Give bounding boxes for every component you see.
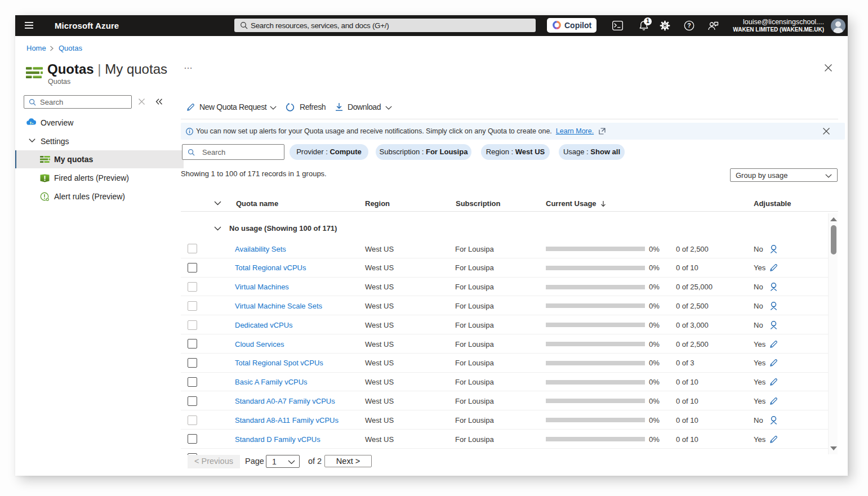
svg-text:?: ?	[687, 22, 691, 29]
